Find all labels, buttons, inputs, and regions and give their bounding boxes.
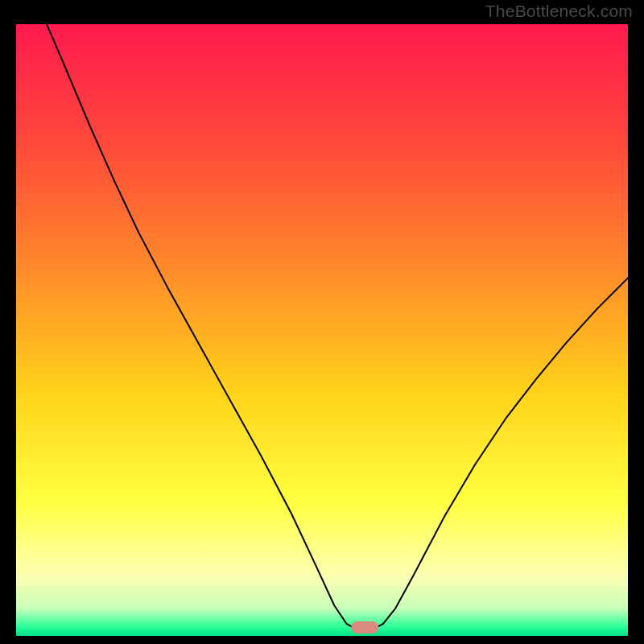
chart-frame: TheBottleneck.com xyxy=(0,0,644,644)
plot-area xyxy=(16,24,628,636)
chart-svg xyxy=(16,24,628,636)
optimal-marker xyxy=(351,621,378,634)
watermark-text: TheBottleneck.com xyxy=(485,2,633,21)
gradient-background xyxy=(16,24,628,636)
